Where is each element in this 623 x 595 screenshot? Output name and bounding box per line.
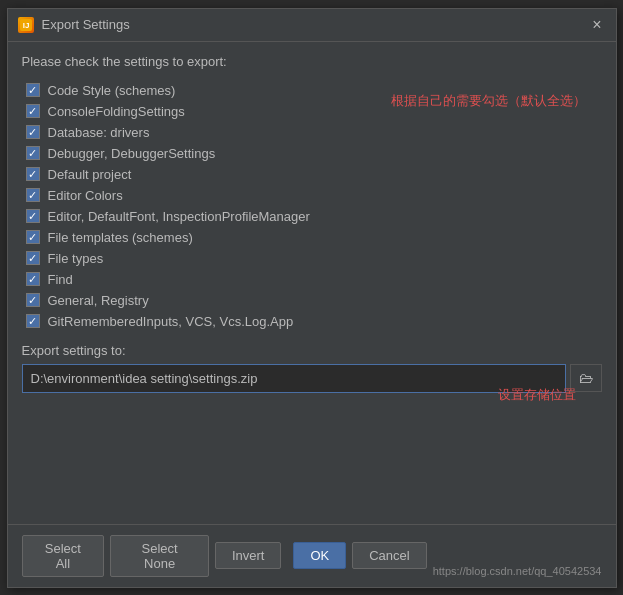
item-label: Default project [48, 167, 132, 182]
checkbox[interactable] [26, 146, 40, 160]
app-icon: IJ [18, 17, 34, 33]
ok-button[interactable]: OK [293, 542, 346, 569]
checkbox[interactable] [26, 104, 40, 118]
close-button[interactable]: × [588, 15, 605, 35]
export-label: Export settings to: [22, 343, 602, 358]
watermark: https://blog.csdn.net/qq_40542534 [433, 565, 602, 577]
export-path-input[interactable] [22, 364, 566, 393]
list-item[interactable]: Code Style (schemes) [22, 81, 602, 100]
checkbox[interactable] [26, 188, 40, 202]
checkbox[interactable] [26, 314, 40, 328]
instruction-text: Please check the settings to export: [22, 54, 602, 69]
dialog-title: Export Settings [42, 17, 130, 32]
svg-text:IJ: IJ [22, 21, 29, 30]
checkbox[interactable] [26, 209, 40, 223]
list-item[interactable]: Editor Colors [22, 186, 602, 205]
list-item[interactable]: Database: drivers [22, 123, 602, 142]
checkbox[interactable] [26, 230, 40, 244]
invert-button[interactable]: Invert [215, 542, 282, 569]
dialog-content: Please check the settings to export: 根据自… [8, 42, 616, 524]
item-label: Find [48, 272, 73, 287]
list-item[interactable]: ConsoleFoldingSettings [22, 102, 602, 121]
item-label: File types [48, 251, 104, 266]
item-label: Debugger, DebuggerSettings [48, 146, 216, 161]
item-label: Editor Colors [48, 188, 123, 203]
checklist-container: Code Style (schemes)ConsoleFoldingSettin… [22, 81, 602, 331]
item-label: ConsoleFoldingSettings [48, 104, 185, 119]
button-row: Select All Select None Invert OK Cancel … [8, 524, 616, 587]
checkbox[interactable] [26, 125, 40, 139]
checkbox[interactable] [26, 293, 40, 307]
export-section: Export settings to: 🗁 [22, 343, 602, 393]
checklist: Code Style (schemes)ConsoleFoldingSettin… [22, 81, 602, 331]
checkbox[interactable] [26, 272, 40, 286]
item-label: General, Registry [48, 293, 149, 308]
cancel-button[interactable]: Cancel [352, 542, 426, 569]
list-item[interactable]: Editor, DefaultFont, InspectionProfileMa… [22, 207, 602, 226]
list-item[interactable]: GitRememberedInputs, VCS, Vcs.Log.App [22, 312, 602, 331]
list-item[interactable]: General, Registry [22, 291, 602, 310]
item-label: Database: drivers [48, 125, 150, 140]
checkbox[interactable] [26, 251, 40, 265]
checkbox[interactable] [26, 167, 40, 181]
checkbox[interactable] [26, 83, 40, 97]
folder-icon: 🗁 [579, 370, 593, 386]
item-label: File templates (schemes) [48, 230, 193, 245]
title-bar-left: IJ Export Settings [18, 17, 130, 33]
title-bar: IJ Export Settings × [8, 9, 616, 42]
list-item[interactable]: Debugger, DebuggerSettings [22, 144, 602, 163]
list-item[interactable]: File templates (schemes) [22, 228, 602, 247]
list-item[interactable]: Find [22, 270, 602, 289]
select-all-button[interactable]: Select All [22, 535, 105, 577]
item-label: Editor, DefaultFont, InspectionProfileMa… [48, 209, 310, 224]
select-none-button[interactable]: Select None [110, 535, 209, 577]
list-item[interactable]: File types [22, 249, 602, 268]
folder-browse-button[interactable]: 🗁 [570, 364, 602, 392]
export-settings-dialog: IJ Export Settings × Please check the se… [7, 8, 617, 588]
list-item[interactable]: Default project [22, 165, 602, 184]
item-label: GitRememberedInputs, VCS, Vcs.Log.App [48, 314, 294, 329]
item-label: Code Style (schemes) [48, 83, 176, 98]
export-path-row: 🗁 [22, 364, 602, 393]
